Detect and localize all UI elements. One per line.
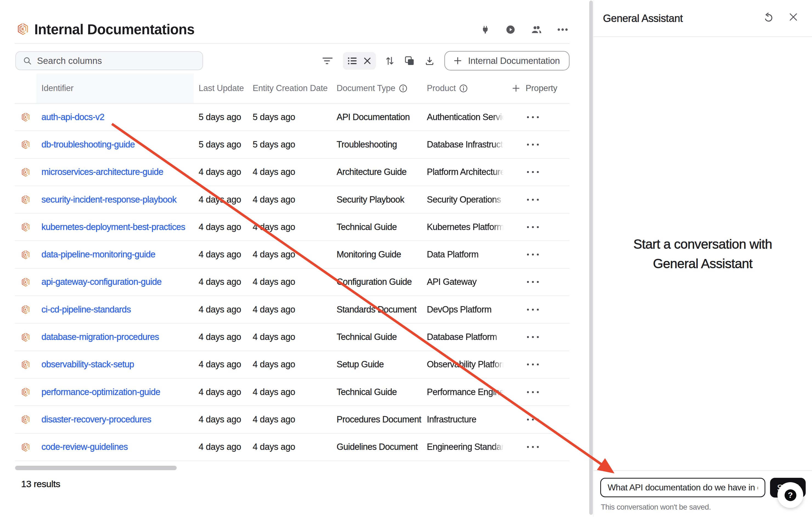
add-internal-documentation-button[interactable]: Internal Documentation: [444, 51, 570, 70]
assistant-panel: General Assistant Start a conversation w…: [593, 0, 812, 517]
entity-link[interactable]: code-review-guidelines: [41, 442, 128, 452]
row-property-cell: [504, 434, 570, 460]
row-menu-button[interactable]: [524, 306, 542, 313]
integrations-plug-button[interactable]: [481, 25, 490, 34]
run-button[interactable]: [505, 25, 516, 34]
filter-icon: [323, 57, 332, 64]
entity-link[interactable]: db-troubleshooting-guide: [41, 140, 135, 150]
blueprint-hexagon-icon: [21, 222, 30, 232]
row-menu-button[interactable]: [524, 389, 542, 396]
row-entity-creation-date-cell: 4 days ago: [249, 351, 331, 378]
header-last-update[interactable]: Last Update: [194, 73, 249, 103]
entity-link[interactable]: security-incident-response-playbook: [41, 194, 176, 205]
row-product-cell: Performance Engineering: [423, 378, 504, 405]
clear-view-button[interactable]: [364, 57, 371, 64]
row-menu-button[interactable]: [524, 168, 542, 176]
horizontal-scrollbar[interactable]: [15, 466, 177, 470]
row-identifier-cell: kubernetes-deployment-best-practices: [36, 214, 194, 240]
row-identifier-cell: security-incident-response-playbook: [36, 186, 194, 213]
copy-stack-icon: [405, 56, 414, 65]
row-identifier-cell: ci-cd-pipeline-standards: [36, 296, 194, 323]
row-document-type-cell: Technical Guide: [331, 324, 423, 350]
blueprint-hexagon-icon: [21, 277, 30, 287]
blueprint-hexagon-icon: [21, 195, 30, 204]
entity-link[interactable]: ci-cd-pipeline-standards: [41, 305, 131, 315]
header-add-property[interactable]: Property: [504, 73, 570, 103]
header-product[interactable]: Product: [423, 73, 504, 103]
entity-link[interactable]: disaster-recovery-procedures: [41, 415, 151, 425]
plus-icon: [454, 57, 461, 64]
entity-link[interactable]: api-gateway-configuration-guide: [41, 277, 162, 287]
row-menu-button[interactable]: [524, 141, 542, 148]
row-menu-button[interactable]: [524, 333, 542, 341]
entity-link[interactable]: kubernetes-deployment-best-practices: [41, 222, 185, 232]
entity-link[interactable]: performance-optimization-guide: [41, 387, 160, 397]
row-product-cell: Data Platform: [423, 241, 504, 268]
table-row: kubernetes-deployment-best-practices 4 d…: [15, 214, 570, 241]
row-menu-button[interactable]: [524, 443, 542, 451]
row-entity-creation-date-cell: 4 days ago: [249, 378, 331, 405]
row-product-cell: DevOps Platform: [423, 296, 504, 323]
audience-button[interactable]: [531, 25, 542, 34]
row-menu-button[interactable]: [524, 251, 542, 258]
sort-button[interactable]: [386, 57, 394, 65]
reset-conversation-button[interactable]: [764, 12, 774, 23]
row-last-update-cell: 4 days ago: [194, 434, 249, 460]
download-button[interactable]: [425, 57, 434, 65]
panel-divider-handle[interactable]: [589, 1, 593, 515]
assistant-message-input[interactable]: [600, 478, 765, 497]
header-document-type[interactable]: Document Type: [331, 73, 423, 103]
row-menu-button[interactable]: [524, 196, 542, 204]
row-menu-button[interactable]: [524, 278, 542, 286]
row-document-type-cell: Technical Guide: [331, 378, 423, 405]
blueprint-hexagon-icon: [17, 23, 29, 35]
assistant-panel-header: General Assistant: [593, 0, 812, 37]
row-menu-button[interactable]: [524, 416, 542, 423]
close-panel-button[interactable]: [789, 12, 798, 21]
close-icon: [789, 12, 798, 21]
close-small-icon: [364, 57, 371, 64]
row-property-cell: [504, 269, 570, 296]
row-blueprint-icon-cell: [15, 406, 36, 433]
list-view-button[interactable]: [348, 57, 357, 65]
help-launcher[interactable]: ?: [777, 482, 803, 508]
row-last-update-cell: 4 days ago: [194, 241, 249, 268]
blueprint-hexagon-icon: [21, 360, 30, 369]
search-columns-input[interactable]: [37, 56, 191, 66]
row-entity-creation-date-cell: 4 days ago: [249, 406, 331, 433]
table-row: data-pipeline-monitoring-guide 4 days ag…: [15, 241, 570, 268]
row-document-type-cell: Architecture Guide: [331, 159, 423, 186]
entity-link[interactable]: observability-stack-setup: [41, 359, 134, 369]
catalog-page: Internal Documentations: [0, 0, 589, 517]
row-property-cell: [504, 406, 570, 433]
more-options-button[interactable]: [557, 28, 568, 31]
table-row: disaster-recovery-procedures 4 days ago …: [15, 406, 570, 433]
blueprint-hexagon-icon: [21, 140, 30, 149]
entity-link[interactable]: microservices-architecture-guide: [41, 167, 163, 177]
group-by-button[interactable]: [405, 56, 414, 65]
filter-button[interactable]: [323, 57, 332, 64]
entity-link[interactable]: data-pipeline-monitoring-guide: [41, 249, 155, 260]
row-last-update-cell: 5 days ago: [194, 103, 249, 130]
blueprint-hexagon-icon: [21, 305, 30, 314]
assistant-empty-state: Start a conversation with General Assist…: [593, 234, 812, 273]
header-identifier[interactable]: Identifier: [36, 73, 194, 103]
plug-icon: [481, 25, 490, 34]
row-property-cell: [504, 186, 570, 213]
header-entity-creation-date[interactable]: Entity Creation Date: [249, 73, 331, 103]
entity-link[interactable]: auth-api-docs-v2: [41, 112, 104, 122]
sort-arrows-icon: [386, 57, 394, 65]
download-icon: [425, 57, 434, 65]
row-last-update-cell: 4 days ago: [194, 214, 249, 240]
row-menu-button[interactable]: [524, 114, 542, 121]
row-menu-button[interactable]: [524, 361, 542, 368]
row-identifier-cell: disaster-recovery-procedures: [36, 406, 194, 433]
row-document-type-cell: API Documentation: [331, 103, 423, 130]
row-document-type-cell: Technical Guide: [331, 214, 423, 240]
entity-link[interactable]: database-migration-procedures: [41, 332, 159, 342]
table-row: auth-api-docs-v2 5 days ago 5 days ago A…: [15, 103, 570, 131]
blueprint-hexagon-icon: [21, 112, 30, 122]
header-actions: [481, 25, 568, 34]
row-last-update-cell: 5 days ago: [194, 131, 249, 158]
row-menu-button[interactable]: [524, 223, 542, 231]
